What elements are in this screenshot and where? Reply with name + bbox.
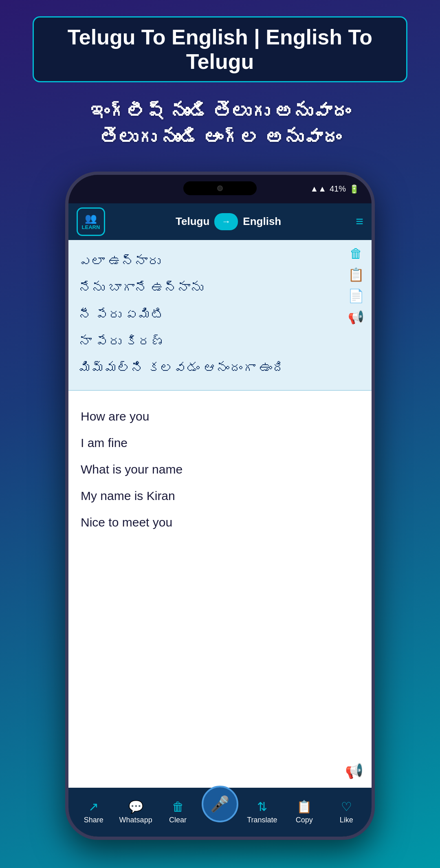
english-line-3: What is your name (81, 456, 359, 482)
mic-button[interactable]: 🎤 (202, 786, 238, 822)
nav-whatsapp[interactable]: 💬 Whatsapp (114, 800, 156, 824)
subtitle-line2: తెలుగు నుండి ఆంగ్ల అనువాదం (90, 125, 350, 151)
app-bar: 👥 LEARN Telugu → English ≡ (68, 203, 372, 240)
english-line-1: How are you (81, 403, 359, 430)
copy-icon[interactable]: 📋 (348, 267, 364, 282)
translate-icon: ⇅ (257, 800, 267, 814)
language-toggle[interactable]: Telugu → English (111, 213, 345, 230)
battery-icon: 🔋 (349, 184, 359, 194)
header-banner: Telugu To English | English To Telugu (33, 16, 407, 82)
camera (217, 185, 223, 191)
battery-level: 41% (330, 184, 346, 194)
copy-label: Copy (296, 816, 313, 824)
status-icons: ▲▲ 41% 🔋 (310, 184, 359, 194)
copy-nav-icon: 📋 (297, 800, 312, 814)
telugu-line-2: నేను బాగానే ఉన్నాను (79, 275, 361, 302)
header-title: Telugu To English | English To Telugu (53, 25, 387, 74)
nav-mic[interactable]: 🎤 (199, 794, 241, 831)
source-language: Telugu (176, 215, 209, 228)
notch (183, 181, 257, 195)
english-section: How are you I am fine What is your name … (68, 391, 372, 788)
like-label: Like (340, 816, 353, 824)
content-area: ఎలా ఉన్నారు నేను బాగానే ఉన్నాను నీ పేరు … (68, 240, 372, 788)
speaker-icon[interactable]: 📢 (348, 309, 364, 325)
status-bar: ▲▲ 41% 🔋 (68, 175, 372, 203)
share-icon: ↗ (88, 800, 99, 814)
nav-copy[interactable]: 📋 Copy (283, 800, 325, 824)
arrow-icon: → (222, 216, 231, 227)
nav-clear[interactable]: 🗑 Clear (157, 800, 199, 824)
phone-frame: ▲▲ 41% 🔋 👥 LEARN Telugu → English ≡ ఎలా … (65, 172, 375, 840)
telugu-line-3: నీ పేరు ఏమిటి (79, 302, 361, 328)
signal-icon: ▲▲ (310, 184, 326, 194)
share-files-icon[interactable]: 📄 (348, 288, 364, 304)
english-line-4: My name is Kiran (81, 482, 359, 509)
nav-like[interactable]: ♡ Like (326, 800, 367, 824)
volume-up-button[interactable] (65, 256, 68, 277)
like-icon: ♡ (341, 800, 352, 814)
nav-translate[interactable]: ⇅ Translate (241, 800, 283, 824)
telugu-line-4: నా పేరు కిరణ్ (79, 328, 361, 355)
target-language: English (243, 215, 281, 228)
subtitle: ఇంగ్లీష్ నుండి తెలుగు అనువాదం తెలుగు నుం… (90, 99, 350, 151)
whatsapp-icon: 💬 (128, 800, 143, 814)
share-label: Share (84, 816, 103, 824)
bottom-nav: ↗ Share 💬 Whatsapp 🗑 Clear 🎤 ⇅ Translate… (68, 788, 372, 837)
clear-label: Clear (169, 816, 187, 824)
telugu-line-5: మిమ్మల్ని కలవడం ఆనందంగా ఉంది (79, 355, 361, 382)
english-line-5: Nice to meet you (81, 509, 359, 535)
delete-icon[interactable]: 🗑 (350, 246, 363, 261)
side-buttons (65, 256, 68, 305)
menu-icon[interactable]: ≡ (356, 214, 363, 229)
subtitle-line1: ఇంగ్లీష్ నుండి తెలుగు అనువాదం (90, 99, 350, 125)
english-line-2: I am fine (81, 430, 359, 456)
translate-label: Translate (247, 816, 277, 824)
side-action-icons: 🗑 📋 📄 📢 (348, 246, 364, 325)
telugu-line-1: ఎలా ఉన్నారు (79, 248, 361, 275)
power-button[interactable] (372, 277, 375, 309)
mic-icon: 🎤 (210, 795, 229, 813)
bottom-speaker-icon[interactable]: 📢 (345, 762, 363, 780)
app-logo: 👥 LEARN (77, 207, 105, 236)
clear-icon: 🗑 (172, 800, 184, 814)
nav-share[interactable]: ↗ Share (73, 800, 114, 824)
volume-down-button[interactable] (65, 285, 68, 305)
logo-icon: 👥 (85, 213, 97, 224)
whatsapp-label: Whatsapp (119, 816, 152, 824)
logo-label: LEARN (82, 224, 100, 230)
telugu-section: ఎలా ఉన్నారు నేను బాగానే ఉన్నాను నీ పేరు … (68, 240, 372, 391)
toggle-arrow-button[interactable]: → (214, 213, 238, 230)
